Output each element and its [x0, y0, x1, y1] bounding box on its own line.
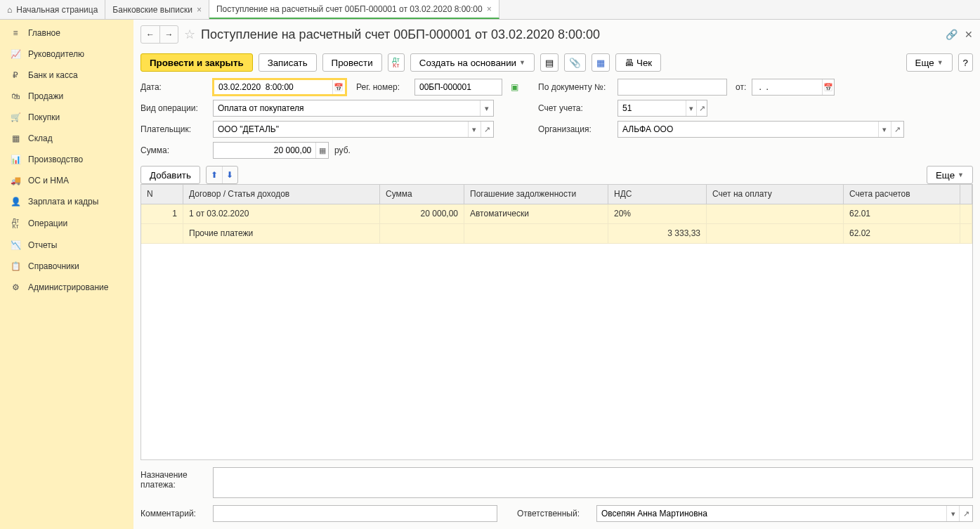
- sidebar-item-sales[interactable]: 🛍Продажи: [0, 86, 133, 107]
- grid-header-invoice[interactable]: Счет на оплату: [707, 185, 844, 204]
- close-icon[interactable]: ×: [487, 4, 492, 14]
- cell-vat: 20%: [608, 204, 707, 223]
- tab-label: Поступление на расчетный счет 00БП-00000…: [216, 4, 483, 14]
- link-icon[interactable]: 🔗: [946, 29, 958, 40]
- chevron-down-icon[interactable]: ▾: [878, 122, 891, 137]
- check-button[interactable]: 🖶Чек: [615, 53, 661, 72]
- sum-label: Сумма:: [141, 145, 207, 155]
- favorite-icon[interactable]: ☆: [184, 27, 195, 42]
- help-button[interactable]: ?: [958, 53, 973, 72]
- calendar-icon[interactable]: 📅: [822, 79, 834, 95]
- date-input[interactable]: [214, 80, 332, 94]
- calendar-icon[interactable]: 📅: [332, 80, 345, 94]
- dtkt-button[interactable]: ДтКт: [388, 53, 405, 72]
- list-icon: ▦: [596, 58, 605, 68]
- table-row[interactable]: 1 1 от 03.02.2020 20 000,00 Автоматическ…: [141, 204, 972, 224]
- from-input[interactable]: [752, 79, 822, 95]
- sidebar-item-fixed-assets[interactable]: 🚚ОС и НМА: [0, 170, 133, 191]
- grid-header-contract[interactable]: Договор / Статья доходов: [183, 185, 380, 204]
- responsible-input-wrap: ▾ ↗: [596, 505, 973, 522]
- button-label: Еще: [936, 170, 955, 181]
- add-row-button[interactable]: Добавить: [141, 166, 200, 184]
- cell-scroll: [960, 204, 972, 223]
- sidebar-item-label: Склад: [28, 133, 53, 143]
- more-button[interactable]: Еще▼: [906, 53, 953, 72]
- sum-input-wrap: ▦: [213, 142, 329, 159]
- sidebar-item-purchases[interactable]: 🛒Покупки: [0, 107, 133, 128]
- page-title: Поступление на расчетный счет 00БП-00000…: [201, 27, 600, 42]
- save-button[interactable]: Записать: [259, 53, 317, 72]
- cell-contract: 1 от 03.02.2020: [183, 204, 380, 223]
- sidebar-item-payroll[interactable]: 👤Зарплата и кадры: [0, 191, 133, 212]
- calculator-icon[interactable]: ▦: [315, 143, 328, 158]
- post-button[interactable]: Провести: [322, 53, 382, 72]
- cell-contract: Прочие платежи: [183, 224, 380, 243]
- create-based-button[interactable]: Создать на основании▼: [410, 53, 535, 72]
- ruble-icon: ₽: [10, 70, 21, 80]
- chevron-down-icon[interactable]: ▾: [468, 122, 481, 137]
- clipboard-icon: 📋: [10, 261, 21, 271]
- sidebar-item-reports[interactable]: 📉Отчеты: [0, 235, 133, 256]
- currency-label: руб.: [334, 145, 351, 155]
- attachment-button[interactable]: 📎: [564, 53, 586, 72]
- sidebar-item-warehouse[interactable]: ▦Склад: [0, 128, 133, 149]
- responsible-input[interactable]: [597, 506, 946, 521]
- open-icon[interactable]: ↗: [891, 122, 903, 137]
- grid-header-payment[interactable]: Погашение задолженности: [464, 185, 608, 204]
- table-more-button[interactable]: Еще▼: [927, 166, 973, 184]
- open-icon[interactable]: ↗: [959, 506, 972, 521]
- docnum-input[interactable]: [618, 79, 726, 95]
- date-label: Дата:: [141, 82, 207, 92]
- post-and-close-button[interactable]: Провести и закрыть: [141, 53, 253, 72]
- list-button[interactable]: ▦: [592, 53, 610, 72]
- chevron-down-icon[interactable]: ▾: [686, 100, 696, 116]
- from-label: от:: [736, 82, 746, 92]
- sidebar-item-production[interactable]: 📊Производство: [0, 149, 133, 170]
- move-up-button[interactable]: ⬆: [207, 166, 222, 183]
- sidebar-item-bank[interactable]: ₽Банк и касса: [0, 65, 133, 86]
- button-label: Чек: [636, 58, 652, 68]
- regnum-input[interactable]: [415, 79, 502, 95]
- doc-icon[interactable]: ▣: [511, 82, 518, 92]
- chevron-down-icon[interactable]: ▾: [946, 506, 960, 521]
- tab-bank-statements[interactable]: Банковские выписки ×: [105, 0, 209, 19]
- grid-header-n[interactable]: N: [141, 185, 183, 204]
- sidebar-item-catalogs[interactable]: 📋Справочники: [0, 256, 133, 277]
- cell-sum: 20 000,00: [380, 204, 464, 223]
- comment-input[interactable]: [214, 506, 497, 521]
- purpose-textarea[interactable]: [213, 467, 973, 498]
- grid-header-sum[interactable]: Сумма: [380, 185, 464, 204]
- cell-invoice: [707, 204, 844, 223]
- move-down-button[interactable]: ⬇: [222, 166, 237, 183]
- optype-label: Вид операции:: [141, 103, 207, 113]
- open-icon[interactable]: ↗: [696, 100, 707, 116]
- tab-receipt[interactable]: Поступление на расчетный счет 00БП-00000…: [209, 0, 499, 19]
- grid-header-vat[interactable]: НДС: [608, 185, 707, 204]
- arrow-down-icon: ⬇: [226, 170, 233, 180]
- cell-n: 1: [141, 204, 183, 223]
- close-icon[interactable]: ×: [197, 5, 202, 15]
- close-page-icon[interactable]: ✕: [965, 29, 973, 40]
- sidebar-item-main[interactable]: ≡Главное: [0, 22, 133, 44]
- payer-input[interactable]: [214, 122, 468, 137]
- tab-label: Начальная страница: [16, 5, 98, 15]
- sidebar-item-admin[interactable]: ⚙Администрирование: [0, 277, 133, 298]
- org-input[interactable]: [618, 122, 878, 137]
- person-icon: 👤: [10, 197, 21, 207]
- forward-button[interactable]: →: [159, 26, 178, 43]
- table-row[interactable]: Прочие платежи 3 333,33 62.02: [141, 224, 972, 244]
- sidebar-item-operations[interactable]: ДтКтОперации: [0, 212, 133, 235]
- structure-button[interactable]: ▤: [540, 53, 558, 72]
- sidebar-item-manager[interactable]: 📈Руководителю: [0, 44, 133, 65]
- grid-header-accounts[interactable]: Счета расчетов: [844, 185, 960, 204]
- sum-input[interactable]: [214, 143, 315, 158]
- chevron-down-icon[interactable]: ▾: [480, 100, 493, 116]
- report-icon: 📉: [10, 240, 21, 250]
- open-icon[interactable]: ↗: [481, 122, 493, 137]
- optype-input[interactable]: [214, 100, 480, 116]
- tab-label: Банковские выписки: [112, 5, 192, 15]
- sidebar-item-label: Покупки: [28, 112, 60, 122]
- account-input[interactable]: [618, 100, 686, 116]
- back-button[interactable]: ←: [141, 26, 159, 43]
- tab-home[interactable]: ⌂ Начальная страница: [0, 0, 105, 19]
